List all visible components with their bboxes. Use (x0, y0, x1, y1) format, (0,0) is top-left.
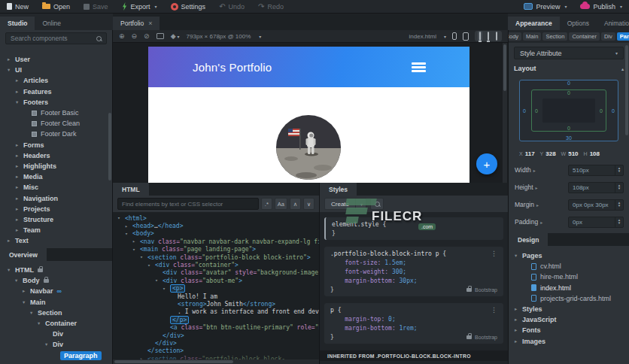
preview-button[interactable]: Preview ▾ (517, 0, 573, 13)
layers-icon[interactable]: ◆▾ (171, 32, 180, 40)
padding-right-value[interactable]: 0 (600, 108, 603, 114)
design-page-hire-me[interactable]: hire-me.html (509, 271, 629, 282)
breadcrumb-paragraph-selected[interactable]: Paragraph (617, 32, 629, 41)
device-phone-icon[interactable] (452, 32, 457, 40)
box-model-margin-box[interactable]: 0 0 0 30 0 0 0 0 (519, 80, 618, 141)
html-tree-line[interactable]: </div> (113, 332, 319, 339)
device-desktop[interactable] (496, 32, 497, 40)
component-tree-item[interactable]: ▸Navigation (0, 193, 112, 203)
design-page-index-active[interactable]: index.html (509, 283, 629, 293)
html-tree-line[interactable]: Hello! I am (113, 293, 319, 300)
html-line-p-close-selected[interactable]: </p> (113, 316, 319, 323)
width-stepper[interactable]: ▲▼ (615, 165, 623, 175)
tab-styles[interactable]: Styles (320, 183, 357, 196)
tab-animation[interactable]: Animation (597, 17, 629, 30)
html-tree-line[interactable]: <div class="avatar" style="background-im… (113, 269, 319, 277)
component-tree-item[interactable]: ▾Footers (0, 97, 112, 108)
find-previous-button[interactable]: ∧ (290, 198, 301, 210)
css-line[interactable]: font-size: 1.5em; (324, 258, 503, 267)
tab-studio[interactable]: Studio (0, 17, 35, 30)
component-tree-item[interactable]: ▸Projects (0, 204, 112, 214)
device-tablet-icon[interactable] (463, 32, 469, 41)
tab-options[interactable]: Options (560, 17, 597, 30)
publish-button[interactable]: Publish ▾ (573, 0, 629, 13)
margin-right-value[interactable]: 0 (612, 108, 615, 114)
close-icon[interactable]: × (148, 20, 152, 27)
component-tree-item[interactable]: ▸User (0, 54, 112, 65)
style-attribute-dropdown[interactable]: Style Attribute ▾ (514, 47, 624, 59)
chevron-right-icon[interactable]: ▸ (536, 202, 539, 208)
find-next-button[interactable]: ∨ (303, 198, 314, 210)
css-line[interactable]: margin-top: 0; (324, 314, 503, 323)
zoom-in-icon[interactable]: ⊕ (119, 32, 125, 40)
tab-appearance[interactable]: Appearance (508, 17, 560, 30)
design-item-pages[interactable]: ▾Pages (509, 250, 629, 261)
search-icon[interactable] (96, 36, 102, 41)
css-line[interactable]: p {⋮ (324, 303, 503, 314)
html-tree-line[interactable]: . I work as interface and front end deve… (113, 308, 319, 316)
overview-item-container[interactable]: ▾Container (0, 318, 112, 329)
breadcrumb-main[interactable]: Main (523, 32, 541, 41)
html-tree-line[interactable]: </section> (113, 347, 319, 355)
overview-item-section[interactable]: ▾Section (0, 308, 112, 318)
breadcrumb-container[interactable]: Container (569, 32, 600, 41)
html-tree-line[interactable]: ▸<head>…</head> (113, 222, 319, 229)
css-line[interactable]: } (324, 229, 503, 240)
padding-stepper[interactable]: ▲▼ (615, 217, 623, 227)
css-line[interactable]: }Bootstrap (324, 285, 503, 296)
padding-bottom-value[interactable]: 0 (567, 126, 570, 131)
add-component-button[interactable]: + (476, 153, 497, 174)
breadcrumb-div[interactable]: Div (601, 32, 615, 41)
canvas-dimensions-label[interactable]: 793px × 678px @ 100% (187, 33, 251, 40)
overview-item-navbar[interactable]: ▸Navbar∞ (0, 286, 112, 296)
width-input[interactable]: 510px ▲▼ (568, 165, 624, 176)
padding-top-value[interactable]: 0 (567, 90, 570, 96)
html-tree-line[interactable]: <strong>John Smith</strong> (113, 300, 319, 308)
css-line[interactable]: }Bootstrap (324, 332, 503, 344)
html-tree-line[interactable]: ▾<div class="about-me"> (113, 277, 319, 284)
html-tree-line[interactable]: </div> (113, 339, 319, 347)
component-tree-item[interactable]: ▾UI (0, 65, 112, 75)
new-button[interactable]: New (0, 0, 35, 13)
margin-stepper[interactable]: ▲▼ (615, 200, 623, 210)
page-preview[interactable]: John's Portfolio (148, 47, 469, 183)
html-horizontal-scrollbar[interactable] (113, 359, 319, 364)
margin-top-value[interactable]: 0 (567, 80, 570, 86)
margin-input[interactable]: 0px 0px 30px ▲▼ (568, 199, 624, 211)
padding-input[interactable]: 0px ▲▼ (568, 217, 624, 228)
device-laptop-large[interactable] (488, 32, 489, 40)
design-item-fonts[interactable]: ▸Fonts (509, 325, 629, 335)
component-tree-item[interactable]: Footer Basic (0, 108, 112, 118)
create-dropdown[interactable]: ▾ (356, 198, 366, 210)
page-title[interactable]: John's Portfolio (193, 61, 272, 74)
html-tree-line[interactable]: ▾<html> (113, 214, 319, 222)
device-laptop-small-active[interactable] (479, 32, 481, 40)
component-tree-item[interactable]: ▸Team (0, 225, 112, 235)
settings-button[interactable]: Settings (164, 0, 213, 13)
breadcrumb-body[interactable]: Body (509, 32, 521, 41)
open-button[interactable]: Open (35, 0, 77, 13)
avatar[interactable] (276, 115, 341, 180)
css-line[interactable]: margin-bottom: 1rem; (324, 323, 503, 332)
tab-portfolio-document[interactable]: Portfolio × (113, 17, 160, 30)
layout-section-header[interactable]: Layout ▴ (514, 63, 624, 74)
html-line-p-selected[interactable]: ▾<p> (113, 285, 319, 293)
design-page-projects[interactable]: projects-grid-cards.html (509, 293, 629, 304)
box-model[interactable]: 0 0 0 30 0 0 0 0 (515, 78, 623, 146)
undo-button[interactable]: ↶ Undo (212, 0, 251, 13)
match-case-button[interactable]: Aa (275, 198, 287, 210)
component-tree-item[interactable]: ▸Misc (0, 182, 112, 193)
regex-toggle-button[interactable]: .* (261, 198, 272, 210)
component-tree-item[interactable]: Footer Clean (0, 118, 112, 129)
right-panel-scrollbar[interactable] (625, 45, 628, 135)
find-elements-input[interactable] (122, 201, 254, 208)
chevron-right-icon[interactable]: ▸ (533, 168, 536, 173)
save-button[interactable]: Save (77, 0, 115, 13)
component-tree-item[interactable]: ▸Features (0, 86, 112, 97)
component-tree-scrollbar[interactable] (108, 113, 111, 180)
margin-left-value[interactable]: 0 (523, 108, 526, 114)
component-tree-item[interactable]: ▸Forms (0, 140, 112, 150)
margin-bottom-value[interactable]: 30 (566, 135, 572, 141)
hamburger-menu-icon[interactable] (412, 62, 426, 65)
component-tree-item[interactable]: ▸Headers (0, 150, 112, 161)
